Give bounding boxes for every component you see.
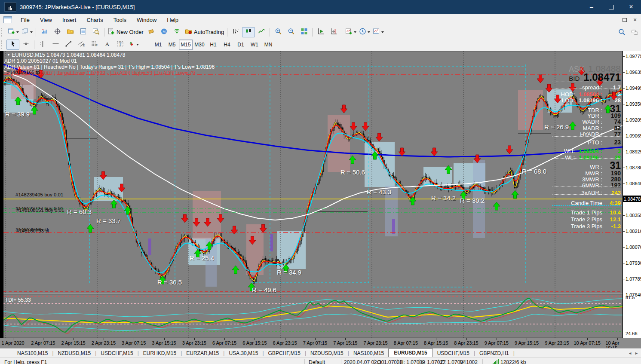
- tile-windows-button[interactable]: [297, 27, 310, 37]
- tab-usdchf-m15[interactable]: USDCHF,M15: [96, 349, 137, 357]
- line-chart-button[interactable]: [255, 27, 268, 37]
- profiles-button[interactable]: [20, 27, 34, 37]
- templates-button[interactable]: [371, 27, 385, 37]
- zoom-out-icon: [288, 28, 295, 37]
- data-window-button[interactable]: [77, 27, 89, 37]
- timeframe-m30-button[interactable]: M30: [193, 40, 206, 50]
- indicators-button[interactable]: [344, 27, 358, 37]
- tab-scroll-left-button[interactable]: ◄: [628, 351, 632, 355]
- chevron-down-icon[interactable]: [136, 44, 139, 46]
- window-close-button[interactable]: ×: [621, 0, 641, 14]
- timeframe-m5-button[interactable]: M5: [165, 40, 179, 50]
- horizontal-line-icon: [52, 40, 59, 49]
- price-axis-label: 1.09350: [626, 101, 641, 107]
- chart-tab-bar: NAS100,M15|NZDUSD,M15|USDCHF,M15|EURHKD,…: [0, 348, 641, 358]
- crosshair-window-button[interactable]: [51, 27, 64, 37]
- find-symbol-button[interactable]: [89, 27, 102, 37]
- new-chart-button[interactable]: [6, 27, 20, 37]
- time-axis-label: 9 Apr 07:15: [485, 340, 509, 346]
- menu-help[interactable]: Help: [162, 15, 184, 25]
- tdi-axis-label: 81.5: [626, 295, 635, 300]
- menu-view[interactable]: View: [35, 15, 57, 25]
- signals-button[interactable]: [171, 27, 184, 37]
- time-axis-label: 9 Apr 23:15: [545, 340, 569, 346]
- toolbar-grip[interactable]: [1, 40, 5, 49]
- chevron-down-icon[interactable]: [368, 31, 370, 33]
- tab-eurhkd-m15[interactable]: EURHKD,M15: [139, 349, 181, 357]
- market-watch-button[interactable]: [38, 27, 51, 37]
- timeframe-h1-button[interactable]: H1: [206, 40, 220, 50]
- zoom-out-button[interactable]: [285, 27, 297, 37]
- text-button[interactable]: A: [101, 40, 113, 50]
- gold-chart-button[interactable]: [145, 27, 158, 37]
- window-minimize-button[interactable]: –: [582, 0, 601, 14]
- chat-button[interactable]: [628, 27, 641, 37]
- fibonacci-icon: F: [91, 40, 98, 49]
- new-order-button[interactable]: New Order: [106, 27, 145, 37]
- candle-chart-button[interactable]: [242, 27, 255, 37]
- chart-canvas[interactable]: [0, 51, 641, 348]
- equidistant-channel-button[interactable]: E: [75, 40, 88, 50]
- tab-eurzar-m15[interactable]: EURZAR,M15: [182, 349, 223, 357]
- text-label-button[interactable]: T: [113, 40, 126, 50]
- bar-chart-button[interactable]: [229, 27, 242, 37]
- favorites-button[interactable]: [64, 27, 77, 37]
- zoom-in-button[interactable]: [272, 27, 285, 37]
- horizontal-line-button[interactable]: [49, 40, 62, 50]
- child-restore-button[interactable]: [620, 15, 630, 24]
- menu-tools[interactable]: Tools: [108, 15, 132, 25]
- fibonacci-button[interactable]: F: [88, 40, 101, 50]
- menu-bar: FileViewInsertChartsToolsWindowHelp – ×: [0, 14, 641, 26]
- tab-nas100-m15[interactable]: NAS100,M15: [13, 349, 52, 357]
- tab-usa-30-m15[interactable]: USA.30,M15: [224, 349, 262, 357]
- tab-gbpnzd-h1[interactable]: GBPNZD,H1: [475, 349, 513, 357]
- chevron-down-icon[interactable]: [16, 31, 19, 33]
- auto-scroll-button[interactable]: [314, 27, 327, 37]
- toolbar-grip[interactable]: [1, 28, 5, 37]
- crosshair-tool-button[interactable]: [19, 40, 32, 50]
- periods-button[interactable]: [358, 27, 371, 37]
- window-maximize-button[interactable]: [601, 0, 621, 14]
- time-axis-label: 7 Apr 23:15: [363, 340, 387, 346]
- timeframe-m15-button[interactable]: M15: [179, 40, 193, 50]
- time-axis-label: 1 Apr 2020: [1, 340, 24, 346]
- tab-usdchf-m15[interactable]: USDCHF,M15: [433, 349, 474, 357]
- trend-line-icon: [65, 40, 72, 49]
- search-button[interactable]: [615, 27, 628, 37]
- child-close-button[interactable]: ×: [630, 15, 640, 24]
- child-minimize-button[interactable]: –: [609, 15, 620, 24]
- time-axis[interactable]: 1 Apr 20202 Apr 07:152 Apr 15:152 Apr 23…: [0, 338, 641, 349]
- menu-file[interactable]: File: [15, 15, 35, 25]
- tab-gbpchf-m15[interactable]: GBPCHF,M15: [264, 349, 305, 357]
- chevron-down-icon[interactable]: [30, 31, 33, 33]
- tab-nzdusd-m15[interactable]: NZDUSD,M15: [54, 349, 95, 357]
- toolbar-separator: [36, 28, 36, 37]
- app-icon: [4, 2, 16, 12]
- chart-shift-button[interactable]: [327, 27, 340, 37]
- timeframe-m1-button[interactable]: M1: [151, 40, 165, 50]
- price-axis-label: 1.09065: [626, 133, 641, 138]
- cursor-button[interactable]: [6, 40, 19, 50]
- timeframe-w1-button[interactable]: W1: [248, 40, 261, 50]
- zoom-in-icon: [275, 28, 282, 37]
- mql-community-button[interactable]: M: [158, 27, 171, 37]
- bar-chart-icon: [232, 28, 239, 37]
- vertical-line-button[interactable]: [36, 40, 49, 50]
- timeframe-h4-button[interactable]: H4: [220, 40, 234, 50]
- chevron-down-icon[interactable]: [354, 31, 356, 33]
- autotrading-button[interactable]: AutoTrading: [184, 27, 225, 37]
- price-axis-label: 1.08070: [626, 245, 641, 250]
- chevron-down-icon[interactable]: [381, 31, 384, 33]
- menu-insert[interactable]: Insert: [57, 15, 82, 25]
- menu-charts[interactable]: Charts: [81, 15, 108, 25]
- menu-window[interactable]: Window: [132, 15, 162, 25]
- tab-nas100-m15[interactable]: NAS100,M15: [349, 349, 388, 357]
- tab-nzdusd-m15[interactable]: NZDUSD,M15: [306, 349, 348, 357]
- arrows-button[interactable]: [126, 40, 140, 50]
- tab-scroll-right-button[interactable]: ►: [635, 351, 638, 355]
- price-axis[interactable]: 1.097751.096351.094951.093501.092051.090…: [623, 51, 641, 338]
- tab-eurusd-m15[interactable]: EURUSD,M15: [388, 349, 432, 357]
- timeframe-mn-button[interactable]: MN: [261, 40, 275, 50]
- timeframe-d1-button[interactable]: D1: [234, 40, 248, 50]
- trend-line-button[interactable]: [62, 40, 75, 50]
